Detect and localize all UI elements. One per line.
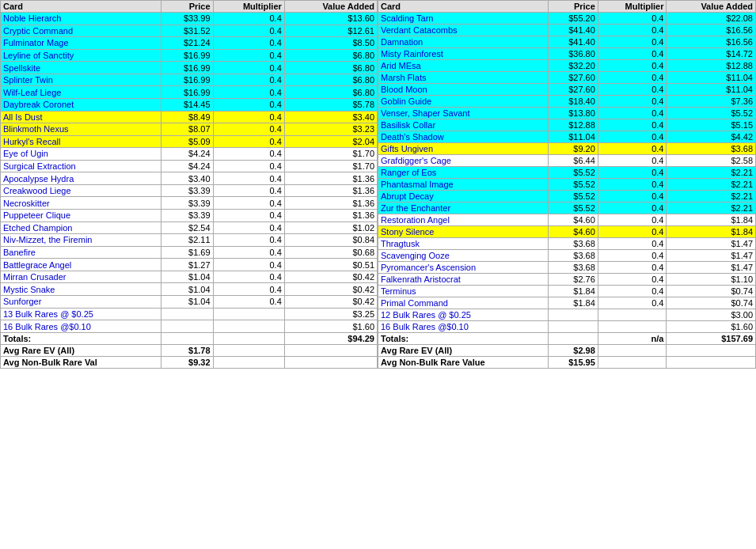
right-table-row: Death's Shadow$11.040.4$4.42 bbox=[378, 131, 756, 143]
left-card-name: Spellskite bbox=[1, 62, 161, 74]
left-card-mult: 0.4 bbox=[213, 135, 284, 148]
right-card-name: Stony Silence bbox=[378, 226, 549, 238]
left-card-mult: 0.4 bbox=[213, 210, 284, 222]
right-card-mult: 0.4 bbox=[598, 96, 667, 108]
left-totals-label: Totals: bbox=[1, 333, 161, 345]
right-card-price: $11.04 bbox=[548, 131, 598, 143]
right-card-name: Abrupt Decay bbox=[378, 191, 549, 203]
left-card-value: $3.23 bbox=[284, 123, 377, 136]
right-card-value: $11.04 bbox=[667, 72, 756, 84]
left-card-value: $12.61 bbox=[284, 25, 377, 37]
left-card-mult: 0.4 bbox=[213, 172, 284, 185]
left-card-mult bbox=[213, 308, 284, 320]
right-table-row: Ranger of Eos$5.520.4$2.21 bbox=[378, 167, 756, 179]
left-card-value: $1.70 bbox=[284, 160, 377, 172]
left-card-name: Cryptic Command bbox=[1, 25, 161, 37]
right-avg1-empty1 bbox=[598, 345, 667, 357]
right-card-value: $1.84 bbox=[667, 214, 756, 226]
left-card-price: $1.69 bbox=[161, 246, 214, 259]
left-card-name: Creakwood Liege bbox=[1, 184, 161, 197]
left-card-price: $1.04 bbox=[161, 295, 214, 308]
right-table: Card Price Multiplier Value Added Scaldi… bbox=[378, 0, 756, 369]
right-card-price: $41.40 bbox=[548, 36, 598, 48]
left-card-mult: 0.4 bbox=[213, 13, 284, 25]
right-card-name: 16 Bulk Rares @$0.10 bbox=[378, 321, 549, 333]
left-card-price: $1.04 bbox=[161, 283, 214, 296]
left-card-value: $1.02 bbox=[284, 221, 377, 234]
right-card-price: $12.88 bbox=[548, 119, 598, 131]
right-totals-value: $157.69 bbox=[667, 333, 756, 345]
left-card-name: Sunforger bbox=[1, 295, 161, 308]
left-avg2-value: $9.32 bbox=[161, 357, 214, 369]
left-table-row: Fulminator Mage$21.240.4$8.50 bbox=[1, 37, 378, 50]
left-card-mult: 0.4 bbox=[213, 184, 284, 197]
left-card-value: $1.36 bbox=[284, 184, 377, 197]
right-card-value: $1.10 bbox=[667, 274, 756, 286]
left-card-name: Apocalypse Hydra bbox=[1, 172, 161, 185]
right-card-mult: 0.4 bbox=[598, 25, 667, 36]
left-card-name: Splinter Twin bbox=[1, 74, 161, 86]
left-card-price: $21.24 bbox=[161, 37, 214, 50]
left-card-name: Hurkyl's Recall bbox=[1, 135, 161, 148]
right-totals-row: Totals: n/a $157.69 bbox=[378, 333, 756, 345]
left-card-name: All Is Dust bbox=[1, 111, 161, 123]
right-avg2-row: Avg Non-Bulk Rare Value $15.95 bbox=[378, 357, 756, 369]
left-card-price: $8.49 bbox=[161, 111, 214, 123]
left-card-name: Wilf-Leaf Liege bbox=[1, 86, 161, 99]
right-card-price: $4.60 bbox=[548, 226, 598, 238]
right-table-row: Basilisk Collar$12.880.4$5.15 bbox=[378, 119, 756, 131]
left-card-mult: 0.4 bbox=[213, 123, 284, 136]
left-card-value: $3.40 bbox=[284, 111, 377, 123]
right-card-name: Goblin Guide bbox=[378, 96, 549, 108]
left-card-price: $16.99 bbox=[161, 49, 214, 62]
left-table-row: Etched Champion$2.540.4$1.02 bbox=[1, 221, 378, 234]
left-card-name: Surgical Extraction bbox=[1, 160, 161, 172]
left-card-value: $0.51 bbox=[284, 259, 377, 271]
left-card-mult bbox=[213, 320, 284, 333]
right-table-row: Venser, Shaper Savant$13.800.4$5.52 bbox=[378, 108, 756, 119]
right-card-mult: 0.4 bbox=[598, 48, 667, 60]
left-card-value: $1.36 bbox=[284, 197, 377, 210]
right-card-value: $0.74 bbox=[667, 297, 756, 309]
left-table-row: Necroskitter$3.390.4$1.36 bbox=[1, 197, 378, 210]
right-table-row: Misty Rainforest$36.800.4$14.72 bbox=[378, 48, 756, 60]
right-card-name: Thragtusk bbox=[378, 238, 549, 250]
left-card-price: $31.52 bbox=[161, 25, 214, 37]
left-table-row: Mystic Snake$1.040.4$0.42 bbox=[1, 283, 378, 296]
left-card-mult: 0.4 bbox=[213, 49, 284, 62]
left-avg2-empty2 bbox=[284, 357, 377, 369]
right-card-mult: 0.4 bbox=[598, 36, 667, 48]
left-table-row: Cryptic Command$31.520.4$12.61 bbox=[1, 25, 378, 37]
right-card-value: $2.21 bbox=[667, 203, 756, 214]
right-table-row: Verdant Catacombs$41.400.4$16.56 bbox=[378, 25, 756, 36]
right-card-price: $9.20 bbox=[548, 143, 598, 155]
left-card-price bbox=[161, 308, 214, 320]
left-table: Card Price Multiplier Value Added Noble … bbox=[0, 0, 378, 369]
right-table-row: Phantasmal Image$5.520.4$2.21 bbox=[378, 179, 756, 191]
left-table-row: Splinter Twin$16.990.4$6.80 bbox=[1, 74, 378, 86]
right-table-row: Grafdigger's Cage$6.440.4$2.58 bbox=[378, 155, 756, 167]
right-avg1-empty2 bbox=[667, 345, 756, 357]
right-avg1-label: Avg Rare EV (All) bbox=[378, 345, 549, 357]
left-card-mult: 0.4 bbox=[213, 37, 284, 50]
right-card-price: $3.68 bbox=[548, 238, 598, 250]
left-avg1-label: Avg Rare EV (All) bbox=[1, 345, 161, 357]
left-card-name: Etched Champion bbox=[1, 221, 161, 234]
right-card-mult: 0.4 bbox=[598, 226, 667, 238]
right-card-mult: 0.4 bbox=[598, 179, 667, 191]
right-avg2-empty2 bbox=[667, 357, 756, 369]
left-card-value: $1.70 bbox=[284, 148, 377, 161]
right-card-value: $2.21 bbox=[667, 167, 756, 179]
left-card-value: $1.60 bbox=[284, 320, 377, 333]
left-card-name: Daybreak Coronet bbox=[1, 98, 161, 111]
right-card-value: $16.56 bbox=[667, 36, 756, 48]
left-card-name: Leyline of Sanctity bbox=[1, 49, 161, 62]
left-card-name: Fulminator Mage bbox=[1, 37, 161, 50]
left-card-price: $4.24 bbox=[161, 148, 214, 161]
right-table-row: Primal Command$1.840.4$0.74 bbox=[378, 297, 756, 309]
left-table-row: Daybreak Coronet$14.450.4$5.78 bbox=[1, 98, 378, 111]
right-avg1-row: Avg Rare EV (All) $2.98 bbox=[378, 345, 756, 357]
right-table-row: Scalding Tarn$55.200.4$22.08 bbox=[378, 13, 756, 25]
right-totals-label: Totals: bbox=[378, 333, 549, 345]
left-card-price: $16.99 bbox=[161, 86, 214, 99]
